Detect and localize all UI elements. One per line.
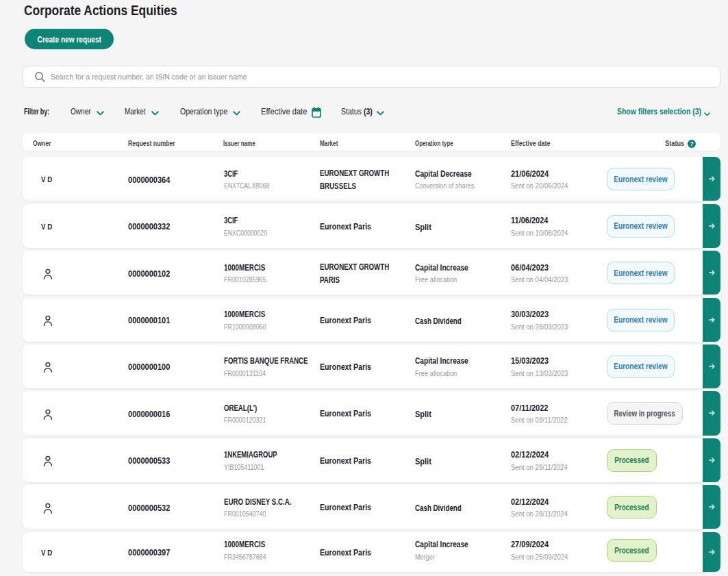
svg-text:?: ? bbox=[690, 140, 693, 147]
